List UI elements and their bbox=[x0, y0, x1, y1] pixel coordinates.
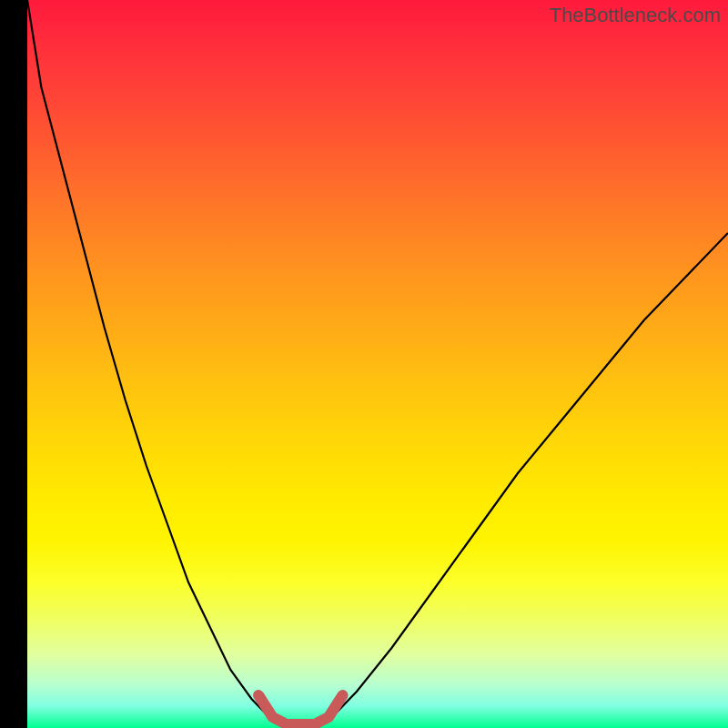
valley-flat-segment bbox=[258, 695, 342, 724]
watermark-text: TheBottleneck.com bbox=[550, 4, 721, 27]
right-curve bbox=[329, 233, 728, 721]
left-curve bbox=[27, 0, 273, 721]
chart-plot-area bbox=[27, 0, 728, 728]
chart-svg bbox=[27, 0, 728, 728]
